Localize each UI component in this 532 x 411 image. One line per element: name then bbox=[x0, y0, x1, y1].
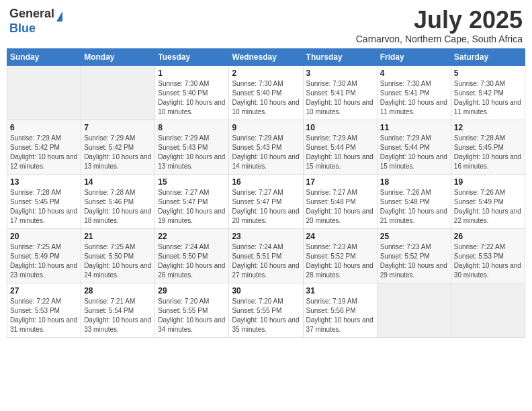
day-info: Sunrise: 7:22 AMSunset: 5:53 PMDaylight:… bbox=[454, 242, 522, 280]
day-info: Sunrise: 7:27 AMSunset: 5:47 PMDaylight:… bbox=[232, 188, 300, 226]
day-number: 4 bbox=[380, 68, 448, 78]
calendar-cell: 19Sunrise: 7:26 AMSunset: 5:49 PMDayligh… bbox=[451, 174, 525, 228]
day-number: 14 bbox=[84, 177, 152, 187]
calendar-cell: 28Sunrise: 7:21 AMSunset: 5:54 PMDayligh… bbox=[81, 283, 155, 337]
day-info: Sunrise: 7:20 AMSunset: 5:55 PMDaylight:… bbox=[232, 297, 300, 334]
day-info: Sunrise: 7:29 AMSunset: 5:42 PMDaylight:… bbox=[84, 134, 152, 171]
day-number: 5 bbox=[454, 68, 522, 78]
calendar-cell: 18Sunrise: 7:26 AMSunset: 5:48 PMDayligh… bbox=[377, 174, 451, 228]
day-number: 11 bbox=[380, 123, 448, 132]
day-info: Sunrise: 7:30 AMSunset: 5:40 PMDaylight:… bbox=[232, 79, 300, 117]
day-number: 7 bbox=[84, 123, 152, 132]
day-number: 21 bbox=[84, 232, 152, 241]
day-info: Sunrise: 7:23 AMSunset: 5:52 PMDaylight:… bbox=[306, 242, 374, 280]
day-number: 17 bbox=[306, 177, 374, 187]
month-title: July 2025 bbox=[356, 7, 523, 34]
day-number: 18 bbox=[380, 177, 448, 187]
day-number: 30 bbox=[232, 286, 300, 295]
day-info: Sunrise: 7:26 AMSunset: 5:48 PMDaylight:… bbox=[380, 188, 448, 226]
calendar-cell: 14Sunrise: 7:28 AMSunset: 5:46 PMDayligh… bbox=[81, 174, 155, 228]
calendar-cell: 11Sunrise: 7:29 AMSunset: 5:44 PMDayligh… bbox=[377, 120, 451, 174]
col-header-monday: Monday bbox=[81, 48, 155, 65]
day-info: Sunrise: 7:29 AMSunset: 5:43 PMDaylight:… bbox=[158, 134, 226, 171]
calendar-cell: 29Sunrise: 7:20 AMSunset: 5:55 PMDayligh… bbox=[155, 283, 229, 337]
calendar-cell: 31Sunrise: 7:19 AMSunset: 5:56 PMDayligh… bbox=[303, 283, 377, 337]
day-number: 15 bbox=[158, 177, 226, 187]
calendar-cell: 25Sunrise: 7:23 AMSunset: 5:52 PMDayligh… bbox=[377, 228, 451, 283]
calendar-header-row: SundayMondayTuesdayWednesdayThursdayFrid… bbox=[7, 48, 525, 65]
day-info: Sunrise: 7:23 AMSunset: 5:52 PMDaylight:… bbox=[380, 242, 448, 280]
day-info: Sunrise: 7:27 AMSunset: 5:47 PMDaylight:… bbox=[158, 188, 226, 226]
calendar-cell: 20Sunrise: 7:25 AMSunset: 5:49 PMDayligh… bbox=[7, 228, 81, 283]
day-number: 9 bbox=[232, 123, 300, 132]
day-number: 2 bbox=[232, 68, 300, 78]
page-header: General Blue July 2025 Carnarvon, Northe… bbox=[7, 7, 525, 44]
day-info: Sunrise: 7:30 AMSunset: 5:42 PMDaylight:… bbox=[454, 79, 522, 117]
calendar-cell: 16Sunrise: 7:27 AMSunset: 5:47 PMDayligh… bbox=[229, 174, 303, 228]
calendar-cell bbox=[377, 283, 451, 337]
calendar-cell: 10Sunrise: 7:29 AMSunset: 5:44 PMDayligh… bbox=[303, 120, 377, 174]
day-info: Sunrise: 7:25 AMSunset: 5:50 PMDaylight:… bbox=[84, 242, 152, 280]
day-number: 6 bbox=[10, 123, 78, 132]
calendar-week-4: 20Sunrise: 7:25 AMSunset: 5:49 PMDayligh… bbox=[7, 228, 525, 283]
calendar-table: SundayMondayTuesdayWednesdayThursdayFrid… bbox=[7, 48, 525, 338]
location-subtitle: Carnarvon, Northern Cape, South Africa bbox=[356, 34, 523, 44]
day-info: Sunrise: 7:24 AMSunset: 5:50 PMDaylight:… bbox=[158, 242, 226, 280]
day-number: 20 bbox=[10, 232, 78, 241]
calendar-week-1: 1Sunrise: 7:30 AMSunset: 5:40 PMDaylight… bbox=[7, 65, 525, 120]
calendar-cell: 6Sunrise: 7:29 AMSunset: 5:42 PMDaylight… bbox=[7, 120, 81, 174]
calendar-cell: 23Sunrise: 7:24 AMSunset: 5:51 PMDayligh… bbox=[229, 228, 303, 283]
day-number: 8 bbox=[158, 123, 226, 132]
calendar-cell: 21Sunrise: 7:25 AMSunset: 5:50 PMDayligh… bbox=[81, 228, 155, 283]
day-number: 10 bbox=[306, 123, 374, 132]
day-info: Sunrise: 7:26 AMSunset: 5:49 PMDaylight:… bbox=[454, 188, 522, 226]
day-number: 27 bbox=[10, 286, 78, 295]
day-info: Sunrise: 7:30 AMSunset: 5:41 PMDaylight:… bbox=[380, 79, 448, 117]
calendar-cell: 26Sunrise: 7:22 AMSunset: 5:53 PMDayligh… bbox=[451, 228, 525, 283]
calendar-cell: 22Sunrise: 7:24 AMSunset: 5:50 PMDayligh… bbox=[155, 228, 229, 283]
day-info: Sunrise: 7:30 AMSunset: 5:40 PMDaylight:… bbox=[158, 79, 226, 117]
day-info: Sunrise: 7:25 AMSunset: 5:49 PMDaylight:… bbox=[10, 242, 78, 280]
day-info: Sunrise: 7:28 AMSunset: 5:45 PMDaylight:… bbox=[454, 134, 522, 171]
logo: General Blue bbox=[9, 7, 62, 36]
day-number: 12 bbox=[454, 123, 522, 132]
day-info: Sunrise: 7:29 AMSunset: 5:44 PMDaylight:… bbox=[306, 134, 374, 171]
col-header-friday: Friday bbox=[377, 48, 451, 65]
day-info: Sunrise: 7:22 AMSunset: 5:53 PMDaylight:… bbox=[10, 297, 78, 334]
day-info: Sunrise: 7:27 AMSunset: 5:48 PMDaylight:… bbox=[306, 188, 374, 226]
calendar-week-2: 6Sunrise: 7:29 AMSunset: 5:42 PMDaylight… bbox=[7, 120, 525, 174]
day-info: Sunrise: 7:20 AMSunset: 5:55 PMDaylight:… bbox=[158, 297, 226, 334]
calendar-cell: 8Sunrise: 7:29 AMSunset: 5:43 PMDaylight… bbox=[155, 120, 229, 174]
calendar-cell: 1Sunrise: 7:30 AMSunset: 5:40 PMDaylight… bbox=[155, 65, 229, 120]
day-number: 19 bbox=[454, 177, 522, 187]
calendar-cell: 2Sunrise: 7:30 AMSunset: 5:40 PMDaylight… bbox=[229, 65, 303, 120]
day-info: Sunrise: 7:21 AMSunset: 5:54 PMDaylight:… bbox=[84, 297, 152, 334]
day-info: Sunrise: 7:28 AMSunset: 5:45 PMDaylight:… bbox=[10, 188, 78, 226]
day-number: 24 bbox=[306, 232, 374, 241]
col-header-thursday: Thursday bbox=[303, 48, 377, 65]
day-info: Sunrise: 7:30 AMSunset: 5:41 PMDaylight:… bbox=[306, 79, 374, 117]
calendar-cell bbox=[81, 65, 155, 120]
logo-general: General bbox=[9, 7, 62, 21]
calendar-cell: 17Sunrise: 7:27 AMSunset: 5:48 PMDayligh… bbox=[303, 174, 377, 228]
col-header-sunday: Sunday bbox=[7, 48, 81, 65]
day-number: 23 bbox=[232, 232, 300, 241]
calendar-cell: 30Sunrise: 7:20 AMSunset: 5:55 PMDayligh… bbox=[229, 283, 303, 337]
calendar-week-3: 13Sunrise: 7:28 AMSunset: 5:45 PMDayligh… bbox=[7, 174, 525, 228]
calendar-cell: 12Sunrise: 7:28 AMSunset: 5:45 PMDayligh… bbox=[451, 120, 525, 174]
day-number: 13 bbox=[10, 177, 78, 187]
day-info: Sunrise: 7:29 AMSunset: 5:43 PMDaylight:… bbox=[232, 134, 300, 171]
day-info: Sunrise: 7:29 AMSunset: 5:44 PMDaylight:… bbox=[380, 134, 448, 171]
day-number: 29 bbox=[158, 286, 226, 295]
day-number: 26 bbox=[454, 232, 522, 241]
day-number: 31 bbox=[306, 286, 374, 295]
day-number: 1 bbox=[158, 68, 226, 78]
calendar-cell bbox=[451, 283, 525, 337]
day-info: Sunrise: 7:28 AMSunset: 5:46 PMDaylight:… bbox=[84, 188, 152, 226]
calendar-cell: 27Sunrise: 7:22 AMSunset: 5:53 PMDayligh… bbox=[7, 283, 81, 337]
calendar-week-5: 27Sunrise: 7:22 AMSunset: 5:53 PMDayligh… bbox=[7, 283, 525, 337]
calendar-cell: 15Sunrise: 7:27 AMSunset: 5:47 PMDayligh… bbox=[155, 174, 229, 228]
day-number: 3 bbox=[306, 68, 374, 78]
day-number: 16 bbox=[232, 177, 300, 187]
calendar-cell: 24Sunrise: 7:23 AMSunset: 5:52 PMDayligh… bbox=[303, 228, 377, 283]
